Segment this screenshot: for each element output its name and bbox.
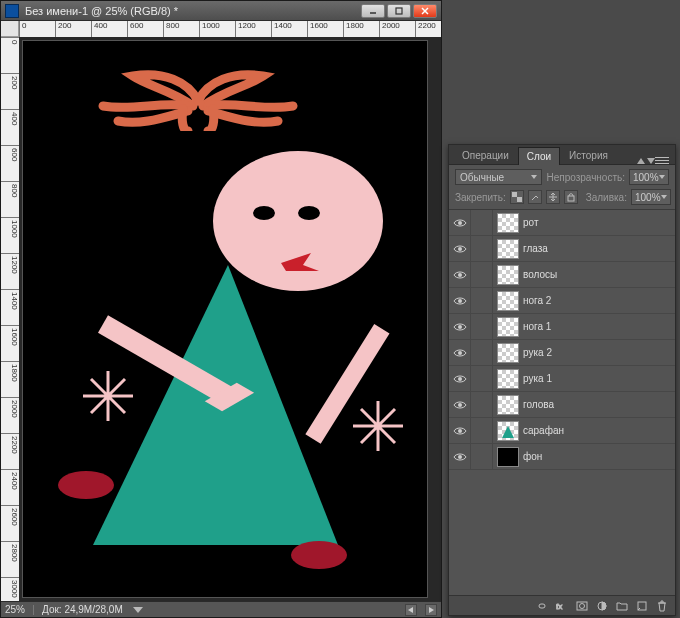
lock-column[interactable] [471,288,493,314]
lock-transparent-icon[interactable] [510,190,524,204]
ruler-tick: 200 [1,73,19,109]
ruler-vertical[interactable]: 0200400600800100012001400160018002000220… [1,37,19,601]
panel-tabs: Операции Слои История [449,145,675,165]
visibility-toggle[interactable] [449,314,471,340]
svg-point-16 [458,351,462,355]
tab-operations[interactable]: Операции [453,146,518,164]
scroll-right-icon[interactable] [425,604,437,616]
fill-label: Заливка: [586,192,627,203]
lock-column[interactable] [471,314,493,340]
ruler-origin[interactable] [1,21,19,37]
opacity-input[interactable]: 100% [629,169,669,185]
layer-row[interactable]: голова [449,392,675,418]
layer-name[interactable]: глаза [523,243,675,254]
layer-list[interactable]: ротглазаволосынога 2нога 1рука 2рука 1го… [449,210,675,595]
layer-name[interactable]: голова [523,399,675,410]
layer-name[interactable]: рука 1 [523,373,675,384]
title-bar[interactable]: Без имени-1 @ 25% (RGB/8) * [1,1,441,21]
doc-size: Док: 24,9M/28,0M [42,604,123,615]
lock-column[interactable] [471,366,493,392]
layer-name[interactable]: рот [523,217,675,228]
art-spark-right [353,401,403,451]
layer-row[interactable]: рот [449,210,675,236]
layer-thumbnail[interactable] [497,317,519,337]
layer-name[interactable]: фон [523,451,675,462]
lock-all-icon[interactable] [564,190,578,204]
visibility-toggle[interactable] [449,392,471,418]
canvas[interactable] [23,41,427,597]
svg-rect-8 [512,192,517,197]
svg-point-14 [458,299,462,303]
lock-column[interactable] [471,262,493,288]
svg-rect-1 [396,8,402,14]
lock-column[interactable] [471,210,493,236]
lock-column[interactable] [471,444,493,470]
layer-row[interactable]: нога 1 [449,314,675,340]
ruler-tick: 1200 [1,253,19,289]
group-icon[interactable] [615,599,629,613]
layer-thumbnail[interactable] [497,421,519,441]
svg-point-12 [458,247,462,251]
lock-column[interactable] [471,340,493,366]
adjustment-icon[interactable] [595,599,609,613]
lock-pixels-icon[interactable] [528,190,542,204]
layer-thumbnail[interactable] [497,343,519,363]
layer-thumbnail[interactable] [497,447,519,467]
trash-icon[interactable] [655,599,669,613]
window-title: Без имени-1 @ 25% (RGB/8) * [25,5,361,17]
status-menu-icon[interactable] [133,607,143,613]
layer-name[interactable]: нога 2 [523,295,675,306]
mask-icon[interactable] [575,599,589,613]
lock-column[interactable] [471,236,493,262]
visibility-toggle[interactable] [449,418,471,444]
layer-thumbnail[interactable] [497,213,519,233]
layer-row[interactable]: волосы [449,262,675,288]
visibility-toggle[interactable] [449,210,471,236]
layer-row[interactable]: рука 2 [449,340,675,366]
layer-row[interactable]: глаза [449,236,675,262]
blend-mode-select[interactable]: Обычные [455,169,542,185]
fill-input[interactable]: 100% [631,189,671,205]
close-button[interactable] [413,4,437,18]
visibility-toggle[interactable] [449,236,471,262]
layer-name[interactable]: сарафан [523,425,675,436]
layer-name[interactable]: нога 1 [523,321,675,332]
canvas-viewport[interactable] [19,37,441,601]
svg-point-23 [580,603,585,608]
link-layers-icon[interactable] [535,599,549,613]
visibility-toggle[interactable] [449,288,471,314]
layer-row[interactable]: нога 2 [449,288,675,314]
visibility-toggle[interactable] [449,340,471,366]
layer-name[interactable]: волосы [523,269,675,280]
layer-row[interactable]: сарафан [449,418,675,444]
ruler-horizontal[interactable]: 0200400600800100012001400160018002000220… [19,21,441,37]
layer-thumbnail[interactable] [497,291,519,311]
ruler-tick: 800 [163,21,199,37]
status-bar: 25% Док: 24,9M/28,0M [1,601,441,617]
visibility-toggle[interactable] [449,444,471,470]
panel-menu-icon[interactable] [655,156,669,164]
layer-row[interactable]: фон [449,444,675,470]
lock-position-icon[interactable] [546,190,560,204]
layer-thumbnail[interactable] [497,369,519,389]
layer-thumbnail[interactable] [497,265,519,285]
layer-thumbnail[interactable] [497,395,519,415]
visibility-toggle[interactable] [449,262,471,288]
layer-name[interactable]: рука 2 [523,347,675,358]
scroll-left-icon[interactable] [405,604,417,616]
maximize-button[interactable] [387,4,411,18]
visibility-toggle[interactable] [449,366,471,392]
new-layer-icon[interactable] [635,599,649,613]
layer-options: Обычные Непрозрачность: 100% Закрепить: … [449,165,675,210]
layer-thumbnail[interactable] [497,239,519,259]
lock-column[interactable] [471,392,493,418]
opacity-label: Непрозрачность: [546,172,625,183]
lock-column[interactable] [471,418,493,444]
tab-history[interactable]: История [560,146,617,164]
tab-layers[interactable]: Слои [518,147,560,165]
fx-icon[interactable]: fx [555,599,569,613]
layer-row[interactable]: рука 1 [449,366,675,392]
panel-dock-icon[interactable] [637,158,655,164]
zoom-value[interactable]: 25% [5,604,25,615]
minimize-button[interactable] [361,4,385,18]
